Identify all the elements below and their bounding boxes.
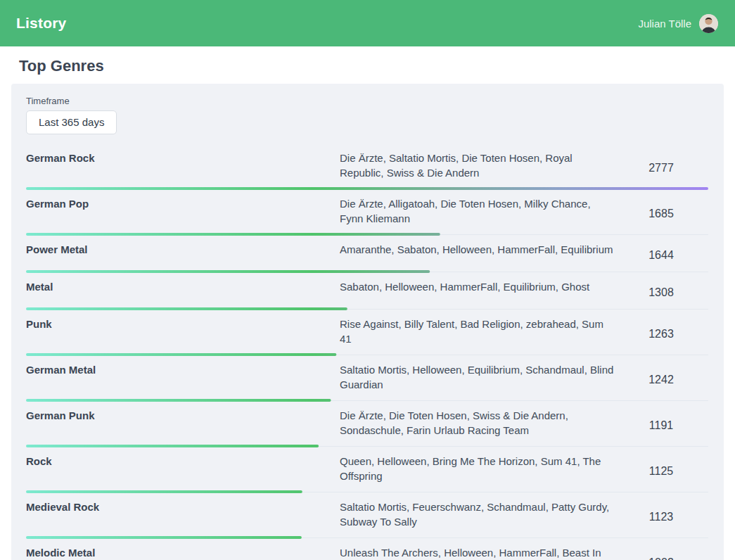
top-navbar: Listory Julian Tölle [0, 0, 735, 46]
genre-artists: Amaranthe, Sabaton, Helloween, HammerFal… [340, 242, 614, 272]
genre-name: Medieval Rock [26, 499, 340, 537]
genre-artists: Rise Against, Billy Talent, Bad Religion… [340, 317, 614, 355]
user-name[interactable]: Julian Tölle [638, 18, 691, 30]
genre-listen-count: 1125 [614, 465, 708, 481]
genre-artists: Die Ärzte, Die Toten Hosen, Swiss & Die … [340, 408, 614, 446]
genre-row: German Pop Die Ärzte, Alligatoah, Die To… [26, 189, 708, 235]
genre-table: German Rock Die Ärzte, Saltatio Mortis, … [26, 144, 708, 560]
genre-row: Melodic Metal Unleash The Archers, Hello… [26, 538, 708, 560]
genre-name: Metal [26, 279, 340, 309]
genre-listen-count: 1242 [614, 374, 708, 389]
genre-artists: Die Ärzte, Alligatoah, Die Toten Hosen, … [340, 196, 614, 234]
genre-listen-count: 1123 [614, 511, 708, 526]
genre-row: Medieval Rock Saltatio Mortis, Feuerschw… [26, 492, 708, 538]
genre-row: German Metal Saltatio Mortis, Helloween,… [26, 355, 708, 401]
genre-name: German Punk [26, 408, 340, 446]
genre-name: German Pop [26, 196, 340, 234]
timeframe-select[interactable]: Last 365 days [26, 110, 117, 134]
genre-listen-count: 1263 [614, 328, 708, 343]
genre-listen-count: 1191 [614, 419, 708, 435]
genre-row: Rock Queen, Helloween, Bring Me The Hori… [26, 447, 708, 492]
genre-listen-count: 1002 [614, 556, 708, 560]
genre-listen-count: 1685 [614, 208, 708, 223]
app-logo[interactable]: Listory [16, 15, 66, 32]
genre-artists: Sabaton, Helloween, HammerFall, Equilibr… [340, 279, 614, 309]
timeframe-label: Timeframe [26, 96, 708, 106]
genre-row: German Rock Die Ärzte, Saltatio Mortis, … [26, 144, 708, 189]
genre-name: Power Metal [26, 242, 340, 272]
genre-artists: Die Ärzte, Saltatio Mortis, Die Toten Ho… [340, 151, 614, 189]
genre-artists: Queen, Helloween, Bring Me The Horizon, … [340, 454, 614, 492]
main-content: Top Genres Timeframe Last 365 days Germa… [0, 57, 735, 560]
genre-artists: Unleash The Archers, Helloween, HammerFa… [340, 545, 614, 560]
genre-row: Power Metal Amaranthe, Sabaton, Hellowee… [26, 235, 708, 272]
genre-name: German Rock [26, 151, 340, 189]
avatar-photo-icon [699, 14, 718, 33]
page-title: Top Genres [19, 57, 735, 75]
genre-name: Rock [26, 454, 340, 492]
genre-name: Melodic Metal [26, 545, 340, 560]
genre-name: German Metal [26, 362, 340, 400]
genre-artists: Saltatio Mortis, Helloween, Equilibrium,… [340, 362, 614, 400]
genre-listen-count: 1308 [614, 286, 708, 302]
genre-artists: Saltatio Mortis, Feuerschwanz, Schandmau… [340, 499, 614, 537]
genre-row: Punk Rise Against, Billy Talent, Bad Rel… [26, 310, 708, 355]
genre-row: Metal Sabaton, Helloween, HammerFall, Eq… [26, 272, 708, 310]
top-genres-card: Timeframe Last 365 days German Rock Die … [11, 84, 724, 560]
genre-row: German Punk Die Ärzte, Die Toten Hosen, … [26, 401, 708, 447]
genre-listen-count: 2777 [614, 162, 708, 177]
genre-name: Punk [26, 317, 340, 355]
genre-listen-count: 1644 [614, 249, 708, 265]
user-avatar-icon[interactable] [699, 14, 718, 33]
